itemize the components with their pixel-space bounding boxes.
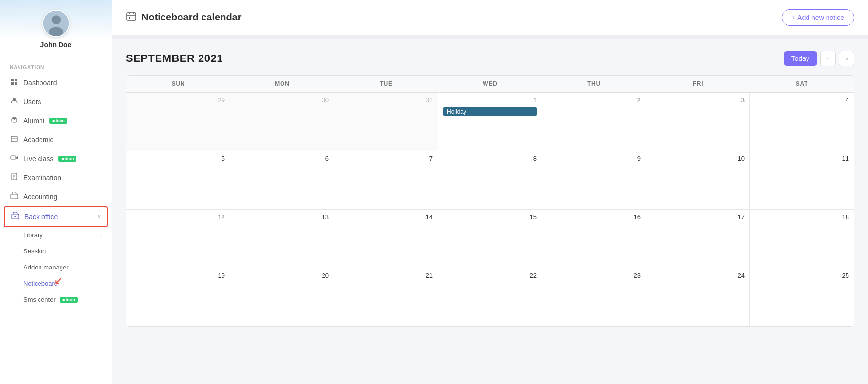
sidebar-item-dashboard[interactable]: Dashboard — [0, 73, 112, 92]
table-row[interactable]: 12 — [126, 210, 230, 268]
header-thu: THU — [542, 76, 646, 92]
table-row[interactable]: 21 — [334, 268, 438, 326]
header-mon: MON — [230, 76, 334, 92]
separator-bar — [112, 35, 868, 39]
table-row[interactable]: 13 — [230, 210, 334, 268]
users-icon — [10, 97, 19, 106]
noticeboard-calendar-icon — [126, 11, 137, 24]
prev-month-button[interactable]: ‹ — [820, 51, 836, 66]
accounting-icon — [10, 192, 19, 201]
table-row[interactable]: 8 — [438, 151, 542, 210]
user-name: John Doe — [40, 41, 72, 49]
page-title: Noticeboard calendar — [141, 12, 242, 23]
table-row[interactable]: 23 — [542, 268, 646, 326]
nav-controls: Today ‹ › — [784, 51, 854, 66]
sidebar-item-accounting[interactable]: Accounting › — [0, 187, 112, 206]
examination-icon — [10, 173, 19, 182]
sidebar-sub-noticeboard[interactable]: Noticeboard ↙ — [0, 275, 112, 291]
month-year-title: SEPTEMBER 2021 — [126, 52, 223, 65]
sidebar-item-academic[interactable]: Academic › — [0, 130, 112, 149]
dashboard-label: Dashboard — [23, 79, 57, 87]
table-row[interactable]: 17 — [646, 210, 750, 268]
sidebar-sub-session[interactable]: Session — [0, 243, 112, 259]
calendar-grid: SUN MON TUE WED THU FRI SAT 29 30 31 1 H… — [126, 75, 854, 327]
table-row[interactable]: 22 — [438, 268, 542, 326]
sidebar-item-back-office[interactable]: Back office ∨ — [4, 206, 108, 227]
table-row[interactable]: 3 — [646, 93, 750, 151]
library-label: Library — [23, 231, 43, 239]
header-sat: SAT — [750, 76, 854, 92]
calendar-container: SEPTEMBER 2021 Today ‹ › SUN MON TUE WED… — [112, 39, 868, 384]
table-row[interactable]: 31 — [334, 93, 438, 151]
today-button[interactable]: Today — [784, 51, 817, 66]
table-row[interactable]: 2 — [542, 93, 646, 151]
sidebar-item-live-class[interactable]: Live class addon › — [0, 149, 112, 168]
alumni-chevron: › — [100, 118, 102, 124]
sidebar-item-examination[interactable]: Examination › — [0, 168, 112, 187]
sidebar-sub-addon-manager[interactable]: Addon manager — [0, 259, 112, 275]
session-label: Session — [23, 248, 46, 255]
noticeboard-label: Noticeboard — [23, 280, 58, 287]
svg-rect-10 — [127, 13, 136, 20]
header-fri: FRI — [646, 76, 750, 92]
svg-rect-7 — [11, 194, 18, 199]
calendar-event-holiday[interactable]: Holiday — [443, 107, 537, 116]
nav-items: NAVIGATION Dashboard Users › Alumni addo… — [0, 57, 112, 384]
table-row[interactable]: 9 — [542, 151, 646, 210]
table-row[interactable]: 24 — [646, 268, 750, 326]
table-row[interactable]: 1 Holiday — [438, 93, 542, 151]
table-row[interactable]: 6 — [230, 151, 334, 210]
back-office-chevron: ∨ — [97, 213, 101, 220]
sidebar-item-users[interactable]: Users › — [0, 92, 112, 111]
table-row[interactable]: 4 — [750, 93, 854, 151]
top-bar: Noticeboard calendar + Add new notice — [112, 0, 868, 35]
sms-center-chevron: › — [100, 297, 102, 303]
add-new-notice-button[interactable]: + Add new notice — [782, 9, 854, 26]
svg-rect-11 — [129, 17, 130, 19]
examination-chevron: › — [100, 175, 102, 181]
alumni-label: Alumni — [23, 117, 44, 125]
users-chevron: › — [100, 99, 102, 105]
table-row[interactable]: 5 — [126, 151, 230, 210]
calendar-header: SUN MON TUE WED THU FRI SAT — [126, 76, 854, 93]
alumni-icon — [10, 116, 19, 125]
table-row[interactable]: 16 — [542, 210, 646, 268]
table-row[interactable]: 29 — [126, 93, 230, 151]
table-row[interactable]: 14 — [334, 210, 438, 268]
back-office-icon — [11, 212, 20, 221]
dashboard-icon — [10, 78, 19, 87]
table-row[interactable]: 15 — [438, 210, 542, 268]
page-title-area: Noticeboard calendar — [126, 11, 242, 24]
svg-rect-5 — [11, 156, 16, 159]
avatar-image — [43, 11, 69, 36]
live-class-chevron: › — [100, 156, 102, 162]
table-row[interactable]: 10 — [646, 151, 750, 210]
next-month-button[interactable]: › — [839, 51, 854, 66]
table-row[interactable]: 25 — [750, 268, 854, 326]
table-row[interactable]: 11 — [750, 151, 854, 210]
avatar — [42, 10, 70, 37]
sidebar-item-alumni[interactable]: Alumni addon › — [0, 111, 112, 130]
sms-center-badge: addon — [60, 297, 78, 303]
sidebar-sub-sms-center[interactable]: Sms center addon › — [0, 291, 112, 307]
library-chevron: › — [100, 232, 102, 238]
academic-label: Academic — [23, 136, 53, 144]
sidebar-sub-library[interactable]: Library › — [0, 227, 112, 243]
sms-center-label: Sms center — [23, 296, 56, 303]
accounting-label: Accounting — [23, 193, 57, 201]
svg-rect-4 — [11, 136, 17, 142]
header-sun: SUN — [126, 76, 230, 92]
sidebar-header: John Doe — [0, 0, 112, 57]
addon-manager-label: Addon manager — [23, 264, 69, 271]
table-row[interactable]: 30 — [230, 93, 334, 151]
table-row[interactable]: 7 — [334, 151, 438, 210]
users-label: Users — [23, 98, 41, 106]
table-row[interactable]: 20 — [230, 268, 334, 326]
live-class-icon — [10, 154, 19, 163]
table-row[interactable]: 19 — [126, 268, 230, 326]
table-row[interactable]: 18 — [750, 210, 854, 268]
live-class-label: Live class — [23, 155, 53, 163]
svg-point-2 — [49, 27, 63, 36]
svg-point-1 — [51, 15, 61, 24]
svg-point-9 — [15, 216, 16, 217]
